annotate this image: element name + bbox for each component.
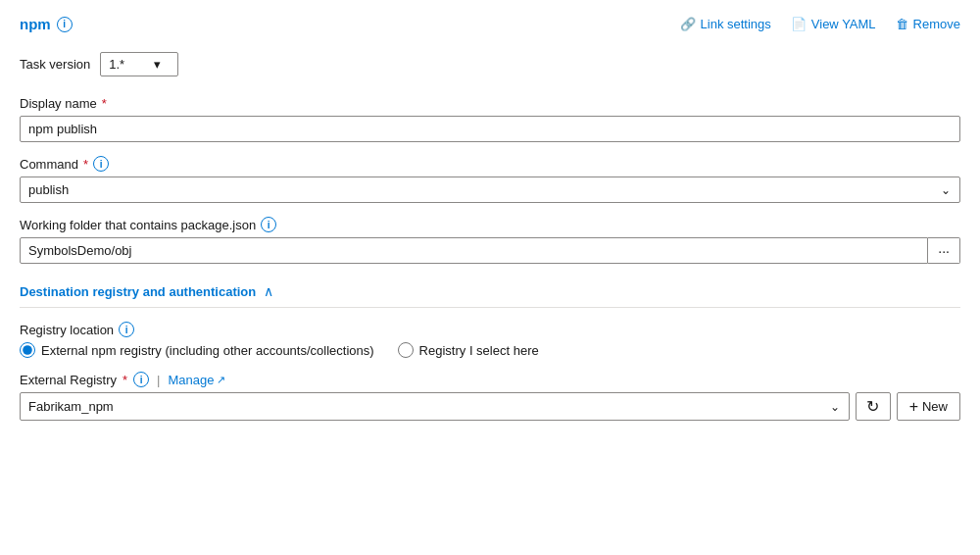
registry-location-group: Registry location i External npm registr… xyxy=(20,322,960,358)
task-title: npm xyxy=(20,16,51,32)
ellipsis-icon: ··· xyxy=(938,243,950,259)
registry-select-here-option[interactable]: Registry I select here xyxy=(398,342,539,358)
working-folder-info-icon[interactable]: i xyxy=(261,217,276,232)
external-registry-label-row: External Registry * i | Manage ↗ xyxy=(20,372,960,387)
registry-external-option[interactable]: External npm registry (including other a… xyxy=(20,342,374,358)
display-name-label-row: Display name * xyxy=(20,96,960,111)
task-header: npm i 🔗 Link settings 📄 View YAML 🗑 Remo… xyxy=(20,16,960,32)
new-button[interactable]: + New xyxy=(897,392,960,421)
registry-location-label: Registry location xyxy=(20,323,114,337)
registry-location-label-row: Registry location i xyxy=(20,322,960,337)
view-yaml-label: View YAML xyxy=(811,17,876,31)
external-registry-select-row: Fabrikam_npm ⌄ ↻ + New xyxy=(20,392,960,421)
title-info-icon[interactable]: i xyxy=(57,17,73,32)
manage-external-icon: ↗ xyxy=(217,374,225,386)
command-info-icon[interactable]: i xyxy=(93,156,109,172)
refresh-icon: ↻ xyxy=(866,397,879,416)
display-name-label: Display name xyxy=(20,96,97,111)
remove-icon: 🗑 xyxy=(896,17,908,31)
task-version-value: 1.* xyxy=(109,57,124,72)
link-settings-button[interactable]: 🔗 Link settings xyxy=(680,17,771,31)
display-name-required: * xyxy=(102,96,107,111)
link-settings-label: Link settings xyxy=(701,17,771,31)
working-folder-label: Working folder that contains package.jso… xyxy=(20,218,256,232)
external-registry-select[interactable]: Fabrikam_npm xyxy=(20,392,850,421)
external-registry-info-icon[interactable]: i xyxy=(133,372,149,387)
command-label-row: Command * i xyxy=(20,156,960,172)
working-folder-input[interactable] xyxy=(20,237,928,264)
registry-location-radio-group: External npm registry (including other a… xyxy=(20,342,960,358)
new-plus-icon: + xyxy=(909,398,918,416)
refresh-button[interactable]: ↻ xyxy=(856,392,891,421)
working-folder-browse-button[interactable]: ··· xyxy=(928,237,960,264)
view-yaml-button[interactable]: 📄 View YAML xyxy=(791,17,876,31)
working-folder-input-row: ··· xyxy=(20,237,960,264)
task-version-chevron: ▾ xyxy=(154,57,161,72)
display-name-group: Display name * xyxy=(20,96,960,142)
link-settings-icon: 🔗 xyxy=(680,17,696,31)
external-registry-required: * xyxy=(122,373,127,387)
working-folder-group: Working folder that contains package.jso… xyxy=(20,217,960,264)
destination-section-title: Destination registry and authentication xyxy=(20,284,256,299)
registry-select-here-radio[interactable] xyxy=(398,342,414,358)
command-group: Command * i publish install custom ⌄ xyxy=(20,156,960,203)
external-registry-label: External Registry xyxy=(20,373,117,387)
registry-location-info-icon[interactable]: i xyxy=(119,322,134,337)
view-yaml-icon: 📄 xyxy=(791,17,807,31)
header-actions: 🔗 Link settings 📄 View YAML 🗑 Remove xyxy=(680,17,960,31)
task-version-select[interactable]: 1.* ▾ xyxy=(100,52,178,76)
pipe-separator: | xyxy=(157,373,160,387)
new-label: New xyxy=(922,399,948,414)
task-version-label: Task version xyxy=(20,57,90,72)
remove-button[interactable]: 🗑 Remove xyxy=(896,17,960,31)
destination-section-header: Destination registry and authentication … xyxy=(20,283,960,308)
task-version-row: Task version 1.* ▾ xyxy=(20,52,960,76)
command-select[interactable]: publish install custom xyxy=(20,177,960,203)
manage-link[interactable]: Manage ↗ xyxy=(168,373,225,387)
remove-label: Remove xyxy=(913,17,960,31)
command-select-wrapper: publish install custom ⌄ xyxy=(20,177,960,203)
working-folder-label-row: Working folder that contains package.jso… xyxy=(20,217,960,232)
registry-dropdown-wrapper: Fabrikam_npm ⌄ xyxy=(20,392,850,421)
command-label: Command xyxy=(20,157,78,172)
header-left: npm i xyxy=(20,16,73,32)
registry-external-radio[interactable] xyxy=(20,342,35,358)
collapse-icon[interactable]: ∧ xyxy=(264,283,273,299)
external-registry-group: External Registry * i | Manage ↗ Fabrika… xyxy=(20,372,960,421)
command-required: * xyxy=(83,157,88,172)
registry-select-here-label: Registry I select here xyxy=(419,343,539,358)
registry-external-label: External npm registry (including other a… xyxy=(41,343,374,358)
manage-label: Manage xyxy=(168,373,214,387)
display-name-input[interactable] xyxy=(20,116,960,142)
